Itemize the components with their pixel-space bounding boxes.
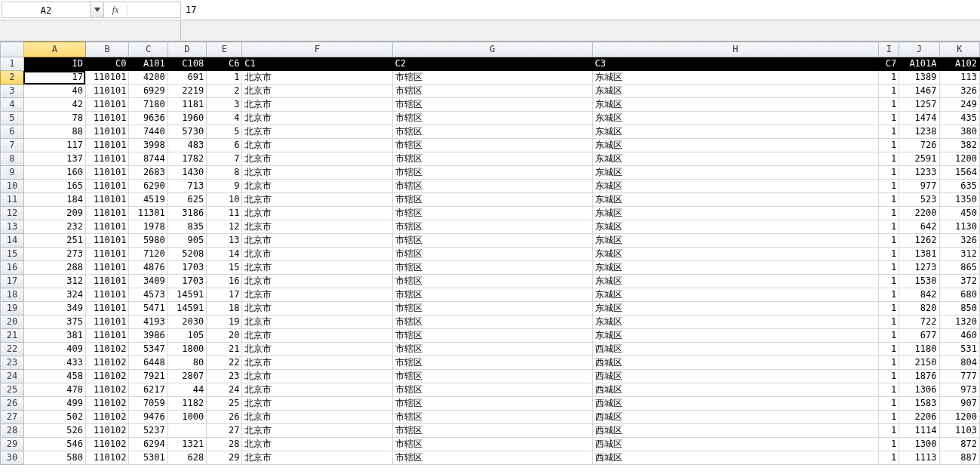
cell-H29[interactable]: 西城区 xyxy=(592,438,879,451)
cell-F20[interactable]: 北京市 xyxy=(242,315,392,329)
cell-B1[interactable]: C0 xyxy=(85,57,129,71)
cell-E20[interactable]: 19 xyxy=(207,315,242,329)
cell-J23[interactable]: 2150 xyxy=(899,356,939,370)
row-header-10[interactable]: 10 xyxy=(1,180,24,193)
cell-B17[interactable]: 110101 xyxy=(85,275,129,288)
cell-F23[interactable]: 北京市 xyxy=(242,356,392,370)
cell-J4[interactable]: 1257 xyxy=(899,98,939,112)
cell-D26[interactable]: 1182 xyxy=(167,397,206,411)
cell-H27[interactable]: 西城区 xyxy=(592,411,879,424)
cell-B15[interactable]: 110101 xyxy=(85,248,129,261)
cell-I30[interactable]: 1 xyxy=(879,451,899,465)
cell-H1[interactable]: C3 xyxy=(592,57,879,71)
cell-I17[interactable]: 1 xyxy=(879,275,899,288)
cell-B21[interactable]: 110101 xyxy=(85,329,129,343)
cell-C28[interactable]: 5237 xyxy=(129,424,167,438)
cell-C25[interactable]: 6217 xyxy=(129,383,167,397)
cell-H16[interactable]: 东城区 xyxy=(592,261,879,275)
cell-C2[interactable]: 4200 xyxy=(129,71,167,85)
cell-G1[interactable]: C2 xyxy=(392,57,592,71)
cell-B13[interactable]: 110101 xyxy=(85,220,129,234)
cell-C8[interactable]: 8744 xyxy=(129,152,167,166)
cell-H15[interactable]: 东城区 xyxy=(592,248,879,261)
cell-C23[interactable]: 6448 xyxy=(129,356,167,370)
cell-G14[interactable]: 市辖区 xyxy=(392,234,592,248)
cell-J20[interactable]: 722 xyxy=(899,315,939,329)
cell-H18[interactable]: 东城区 xyxy=(592,288,879,302)
row-header-5[interactable]: 5 xyxy=(1,112,24,125)
cell-B7[interactable]: 110101 xyxy=(85,139,129,152)
cell-E7[interactable]: 6 xyxy=(207,139,242,152)
cell-J12[interactable]: 2200 xyxy=(899,207,939,220)
cell-E2[interactable]: 1 xyxy=(207,71,242,85)
cell-H26[interactable]: 西城区 xyxy=(592,397,879,411)
column-header-I[interactable]: I xyxy=(879,42,899,57)
cell-A13[interactable]: 232 xyxy=(23,220,85,234)
cell-A10[interactable]: 165 xyxy=(23,180,85,193)
row-header-14[interactable]: 14 xyxy=(1,234,24,248)
cell-I9[interactable]: 1 xyxy=(879,166,899,180)
cell-F26[interactable]: 北京市 xyxy=(242,397,392,411)
cell-E18[interactable]: 17 xyxy=(207,288,242,302)
cell-G3[interactable]: 市辖区 xyxy=(392,85,592,98)
cell-D22[interactable]: 1800 xyxy=(167,343,206,356)
select-all-corner[interactable] xyxy=(1,42,24,57)
cell-D23[interactable]: 80 xyxy=(167,356,206,370)
cell-H17[interactable]: 东城区 xyxy=(592,275,879,288)
cell-F17[interactable]: 北京市 xyxy=(242,275,392,288)
cell-G13[interactable]: 市辖区 xyxy=(392,220,592,234)
cell-B11[interactable]: 110101 xyxy=(85,193,129,207)
row-header-19[interactable]: 19 xyxy=(1,302,24,315)
cell-H5[interactable]: 东城区 xyxy=(592,112,879,125)
cell-D16[interactable]: 1703 xyxy=(167,261,206,275)
cell-I13[interactable]: 1 xyxy=(879,220,899,234)
cell-K3[interactable]: 326 xyxy=(939,85,979,98)
cell-H22[interactable]: 西城区 xyxy=(592,343,879,356)
cell-H4[interactable]: 东城区 xyxy=(592,98,879,112)
cell-B22[interactable]: 110102 xyxy=(85,343,129,356)
cell-A4[interactable]: 42 xyxy=(23,98,85,112)
cell-F25[interactable]: 北京市 xyxy=(242,383,392,397)
cell-A18[interactable]: 324 xyxy=(23,288,85,302)
cell-C27[interactable]: 9476 xyxy=(129,411,167,424)
cell-I6[interactable]: 1 xyxy=(879,125,899,139)
cell-B18[interactable]: 110101 xyxy=(85,288,129,302)
cell-J28[interactable]: 1114 xyxy=(899,424,939,438)
cell-E26[interactable]: 25 xyxy=(207,397,242,411)
cell-E29[interactable]: 28 xyxy=(207,438,242,451)
cell-I7[interactable]: 1 xyxy=(879,139,899,152)
cell-C11[interactable]: 4519 xyxy=(129,193,167,207)
cell-C13[interactable]: 1978 xyxy=(129,220,167,234)
row-header-7[interactable]: 7 xyxy=(1,139,24,152)
cell-H14[interactable]: 东城区 xyxy=(592,234,879,248)
cell-J21[interactable]: 677 xyxy=(899,329,939,343)
cell-E6[interactable]: 5 xyxy=(207,125,242,139)
cell-E11[interactable]: 10 xyxy=(207,193,242,207)
cell-B16[interactable]: 110101 xyxy=(85,261,129,275)
cell-J1[interactable]: A101A xyxy=(899,57,939,71)
cell-G18[interactable]: 市辖区 xyxy=(392,288,592,302)
cell-J11[interactable]: 523 xyxy=(899,193,939,207)
name-box[interactable]: A2 xyxy=(2,2,91,18)
cell-G23[interactable]: 市辖区 xyxy=(392,356,592,370)
cell-K25[interactable]: 973 xyxy=(939,383,979,397)
cell-K13[interactable]: 1130 xyxy=(939,220,979,234)
cell-A28[interactable]: 526 xyxy=(23,424,85,438)
column-header-H[interactable]: H xyxy=(592,42,879,57)
cell-E19[interactable]: 18 xyxy=(207,302,242,315)
cell-H24[interactable]: 西城区 xyxy=(592,370,879,383)
cell-B29[interactable]: 110102 xyxy=(85,438,129,451)
cell-C29[interactable]: 6294 xyxy=(129,438,167,451)
row-header-23[interactable]: 23 xyxy=(1,356,24,370)
cell-K11[interactable]: 1350 xyxy=(939,193,979,207)
cell-G6[interactable]: 市辖区 xyxy=(392,125,592,139)
cell-C10[interactable]: 6290 xyxy=(129,180,167,193)
cell-J6[interactable]: 1238 xyxy=(899,125,939,139)
cell-D1[interactable]: C108 xyxy=(167,57,206,71)
cell-I19[interactable]: 1 xyxy=(879,302,899,315)
cell-D28[interactable] xyxy=(167,424,206,438)
cell-G17[interactable]: 市辖区 xyxy=(392,275,592,288)
cell-G26[interactable]: 市辖区 xyxy=(392,397,592,411)
cell-C19[interactable]: 5471 xyxy=(129,302,167,315)
cell-K27[interactable]: 1200 xyxy=(939,411,979,424)
